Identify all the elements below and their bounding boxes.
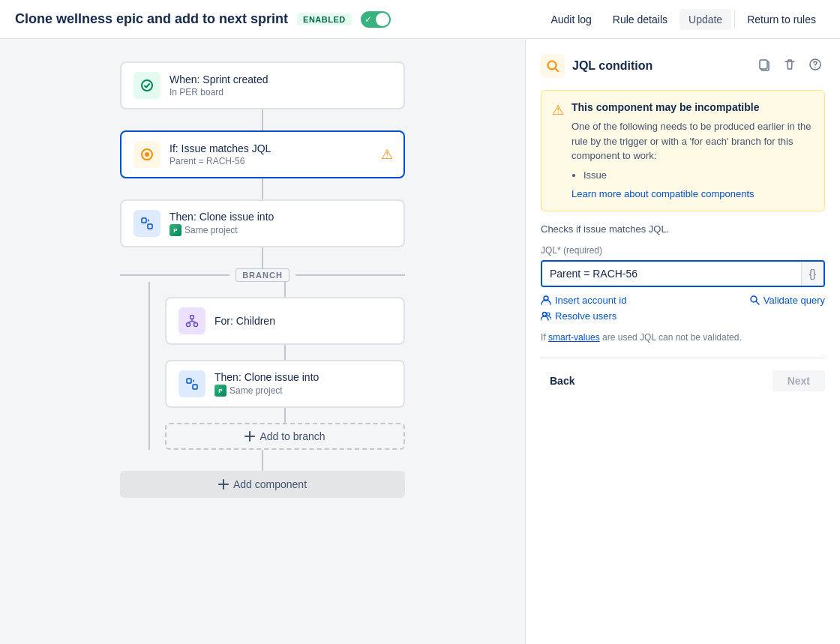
smart-values-note: If smart-values are used JQL can not be … [541, 332, 825, 343]
connector-4 [284, 282, 286, 297]
for-each-icon [178, 307, 206, 334]
help-button[interactable] [806, 55, 825, 77]
jql-label: JQL* (required) [541, 245, 825, 256]
warning-triangle-icon: ⚠ [552, 102, 564, 200]
branch-line-left [120, 274, 230, 276]
nav-divider [734, 10, 735, 28]
add-component-plus-icon [218, 479, 229, 490]
warning-list-item: Issue [584, 169, 814, 181]
header-nav: Audit log Rule details Update Return to … [542, 9, 825, 30]
svg-rect-12 [760, 60, 767, 69]
jql-braces-icon[interactable]: {} [801, 262, 824, 286]
plus-icon [244, 431, 255, 442]
toggle-check-icon: ✓ [364, 14, 372, 25]
toggle-track[interactable]: ✓ [361, 11, 391, 28]
panel-search-icon [541, 54, 565, 78]
flow-panel: When: Sprint created In PER board If: Is… [0, 39, 525, 644]
trigger-title: When: Sprint created [170, 73, 392, 85]
page-title: Clone wellness epic and add to next spri… [15, 11, 288, 27]
svg-rect-3 [142, 218, 146, 223]
jql-input[interactable] [542, 262, 801, 286]
svg-point-16 [543, 313, 547, 316]
smart-values-link[interactable]: smart-values [548, 332, 600, 343]
svg-point-14 [814, 67, 816, 68]
condition-icon [134, 141, 160, 168]
warning-list: Issue [572, 169, 814, 181]
action2-icon [178, 370, 206, 397]
panel-description: Checks if issue matches JQL. [541, 223, 825, 235]
update-button[interactable]: Update [680, 9, 731, 30]
branch-vertical-line [120, 282, 150, 450]
form-links-left: Insert account id Resolve users [541, 295, 626, 322]
jql-input-wrapper: {} [541, 260, 825, 287]
jql-panel: JQL condition [525, 39, 840, 644]
status-badge: ENABLED [297, 13, 352, 25]
branch-section: BRANCH [120, 247, 405, 450]
svg-point-6 [187, 323, 190, 327]
connector-5 [284, 345, 286, 360]
project-avatar-1: P [170, 224, 182, 236]
action2-title: Then: Clone issue into [214, 371, 392, 383]
branch-line-right [296, 274, 405, 276]
validate-query-link[interactable]: Validate query [749, 295, 825, 306]
connector-7 [262, 450, 263, 471]
warning-content: This component may be incompatible One o… [572, 101, 814, 200]
trigger-icon [134, 72, 160, 99]
action2-subtitle: P Same project [214, 385, 392, 397]
add-component-button[interactable]: Add component [120, 471, 405, 498]
panel-header: JQL condition [541, 54, 825, 78]
for-each-node[interactable]: For: Children [165, 297, 405, 345]
svg-point-2 [145, 152, 149, 157]
trigger-node[interactable]: When: Sprint created In PER board [120, 61, 405, 109]
panel-footer: Back Next [541, 358, 825, 391]
condition-content: If: Issue matches JQL Parent = RACH-56 [170, 142, 392, 166]
branch-label: BRANCH [236, 268, 290, 282]
warning-icon: ⚠ [381, 146, 393, 163]
action1-content: Then: Clone issue into P Same project [170, 211, 392, 236]
rule-details-link[interactable]: Rule details [604, 9, 676, 30]
incompatible-warning: ⚠ This component may be incompatible One… [541, 90, 825, 211]
copy-button[interactable] [754, 55, 774, 77]
warning-title: This component may be incompatible [572, 101, 814, 113]
action1-icon [134, 210, 160, 237]
add-to-branch-button[interactable]: Add to branch [165, 423, 405, 450]
learn-more-link[interactable]: Learn more about compatible components [572, 188, 754, 199]
for-each-title: For: Children [214, 315, 392, 327]
trigger-content: When: Sprint created In PER board [170, 73, 392, 97]
condition-subtitle: Parent = RACH-56 [170, 156, 392, 166]
condition-node[interactable]: If: Issue matches JQL Parent = RACH-56 ⚠ [120, 130, 405, 178]
main-content: When: Sprint created In PER board If: Is… [0, 39, 840, 644]
connector-6 [284, 408, 286, 423]
enabled-toggle[interactable]: ✓ [361, 11, 391, 28]
action2-content: Then: Clone issue into P Same project [214, 371, 392, 397]
next-button[interactable]: Next [772, 370, 825, 391]
condition-title: If: Issue matches JQL [170, 142, 392, 154]
connector-2 [262, 178, 263, 199]
warning-body: One of the following needs to be produce… [572, 119, 814, 163]
action1-subtitle: P Same project [170, 224, 392, 236]
resolve-users-link[interactable]: Resolve users [541, 310, 626, 322]
svg-rect-4 [148, 224, 152, 229]
app-header: Clone wellness epic and add to next spri… [0, 0, 840, 39]
branch-connector-row [120, 247, 405, 268]
connector-1 [262, 109, 263, 130]
audit-log-link[interactable]: Audit log [542, 9, 600, 30]
branch-content: For: Children [120, 282, 405, 450]
branch-label-row: BRANCH [120, 268, 405, 282]
branch-inner: For: Children [150, 282, 405, 450]
panel-title: JQL condition [572, 59, 747, 73]
panel-actions [754, 55, 825, 77]
flow-container: When: Sprint created In PER board If: Is… [75, 61, 450, 498]
return-to-rules-link[interactable]: Return to rules [738, 9, 825, 30]
validate-search-icon [749, 295, 760, 305]
delete-button[interactable] [780, 55, 800, 77]
project-avatar-2: P [214, 385, 226, 397]
resolve-users-icon [541, 310, 551, 321]
insert-account-link[interactable]: Insert account id [541, 295, 626, 306]
for-each-content: For: Children [214, 315, 392, 327]
trigger-subtitle: In PER board [170, 87, 392, 97]
action2-node[interactable]: Then: Clone issue into P Same project [165, 360, 405, 408]
back-button[interactable]: Back [541, 370, 584, 391]
action1-title: Then: Clone issue into [170, 211, 392, 223]
action1-node[interactable]: Then: Clone issue into P Same project [120, 199, 405, 247]
